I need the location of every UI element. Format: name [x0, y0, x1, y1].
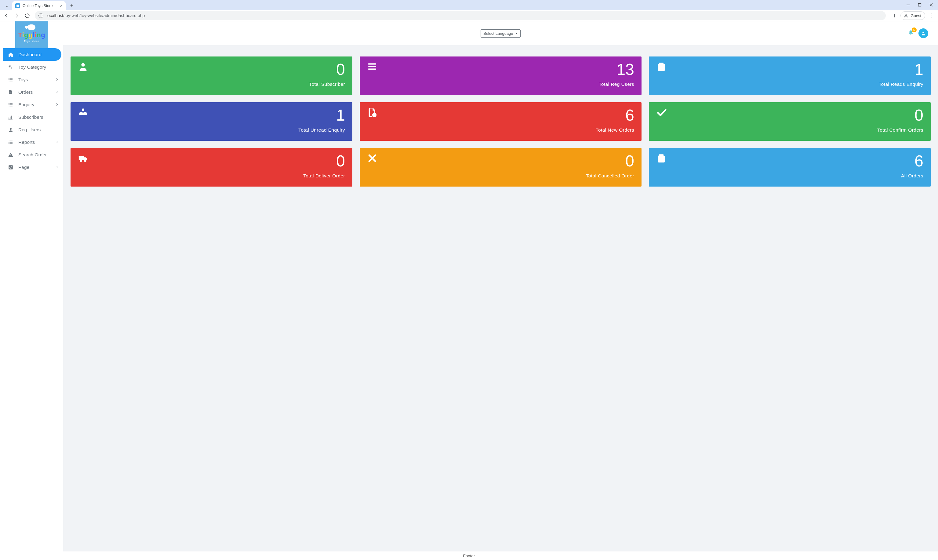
chevron-right-icon: [55, 89, 59, 95]
url-text: localhost/toy-web/toy-website/admin/dash…: [46, 13, 145, 18]
dashboard-card-total-subscriber[interactable]: 0Total Subscriber: [71, 57, 352, 95]
chevron-right-icon: [55, 140, 59, 145]
warning-icon: [8, 152, 14, 158]
sidebar-item-reports[interactable]: Reports: [0, 136, 63, 148]
svg-point-4: [905, 14, 907, 15]
url-path: /toy-web/toy-website/admin/dashboard.php: [63, 13, 145, 18]
list-icon: [8, 77, 14, 82]
card-value: 6: [367, 107, 634, 123]
dashboard-card-total-cancelled-order[interactable]: 0Total Cancelled Order: [360, 148, 641, 186]
profile-label: Guest: [910, 14, 921, 18]
nav-back-button[interactable]: [2, 11, 11, 20]
dashboard-card-total-new-orders[interactable]: 6Total New Orders: [360, 102, 641, 141]
user-menu-button[interactable]: [918, 28, 928, 38]
sidebar-nav: DashboardToy CategoryToysOrdersEnquirySu…: [0, 45, 63, 551]
card-label: Total Reg Users: [367, 82, 634, 87]
sidebar-item-label: Orders: [18, 89, 33, 95]
card-label: Total Deliver Order: [78, 173, 345, 178]
nav-reload-button[interactable]: [23, 11, 32, 20]
menu-icon: [367, 62, 377, 72]
dashboard-card-all-orders[interactable]: 6All Orders: [649, 148, 931, 186]
user-icon: [78, 62, 88, 72]
card-value: 1: [656, 62, 923, 77]
clipboard-check-icon: [656, 153, 667, 163]
sidebar-item-toy-category[interactable]: Toy Category: [0, 61, 63, 73]
new-tab-button[interactable]: +: [68, 2, 76, 10]
footer-text: Footer: [463, 554, 475, 558]
card-value: 0: [78, 62, 345, 77]
clipboard-question-icon: [656, 62, 667, 72]
tabs-dropdown-button[interactable]: [3, 3, 11, 10]
nav-forward-button[interactable]: [12, 11, 22, 20]
profile-avatar-icon: [903, 13, 909, 18]
card-icon-slot: [656, 62, 667, 73]
logo-text: Tiggling: [18, 31, 45, 39]
profile-chip[interactable]: Guest: [900, 11, 925, 20]
browser-menu-button[interactable]: ⋮: [927, 11, 936, 20]
gears-icon: [8, 65, 14, 70]
card-value: 0: [367, 153, 634, 169]
card-icon-slot: [78, 62, 88, 73]
site-logo[interactable]: Tiggling Toys store: [15, 22, 48, 50]
card-label: All Orders: [656, 173, 923, 178]
card-icon-slot: [78, 107, 88, 119]
check-icon: [656, 107, 667, 118]
notification-badge: 6: [912, 28, 916, 32]
main-content: 0Total Subscriber13Total Reg Users1Total…: [63, 45, 938, 551]
tab-close-button[interactable]: ×: [60, 3, 63, 8]
card-value: 1: [78, 107, 345, 123]
list-icon: [8, 102, 14, 108]
notifications-button[interactable]: 6: [908, 30, 913, 37]
language-select[interactable]: Select Language: [481, 29, 521, 38]
side-panel-button[interactable]: [891, 13, 896, 18]
app-footer: Footer: [0, 551, 938, 560]
site-info-icon[interactable]: i: [38, 13, 43, 18]
card-value: 6: [656, 153, 923, 169]
window-close-button[interactable]: [926, 1, 937, 9]
tab-title: Online Toys Store: [23, 4, 52, 8]
list-icon: [8, 140, 14, 145]
chevron-right-icon: [55, 77, 59, 82]
omnibox[interactable]: i localhost/toy-web/toy-website/admin/da…: [35, 11, 886, 20]
sidebar-item-search-order[interactable]: Search Order: [0, 148, 63, 161]
card-label: Total Unread Enquiry: [78, 127, 345, 133]
card-label: Total Confirm Orders: [656, 127, 923, 133]
window-minimize-button[interactable]: [903, 1, 913, 9]
browser-tab[interactable]: Online Toys Store ×: [12, 1, 66, 10]
chevron-right-icon: [55, 102, 59, 108]
browser-address-bar: i localhost/toy-web/toy-website/admin/da…: [0, 10, 938, 22]
browser-tabbar: Online Toys Store × +: [0, 0, 938, 10]
card-icon-slot: [367, 107, 377, 119]
sidebar-item-label: Subscribers: [18, 114, 43, 120]
card-value: 13: [367, 62, 634, 77]
app-viewport: Tiggling Toys store Select Language 6: [0, 22, 938, 560]
card-value: 0: [78, 153, 345, 169]
sidebar-item-label: Page: [18, 165, 29, 170]
sidebar-item-subscribers[interactable]: Subscribers: [0, 111, 63, 123]
dashboard-card-total-confirm-orders[interactable]: 0Total Confirm Orders: [649, 102, 931, 141]
sidebar-item-label: Dashboard: [18, 52, 42, 57]
sidebar-item-page[interactable]: Page: [0, 161, 63, 174]
tab-favicon: [15, 3, 20, 8]
reader-icon: [78, 107, 88, 118]
checkbox-icon: [8, 165, 14, 170]
dashboard-card-total-reg-users[interactable]: 13Total Reg Users: [360, 57, 641, 95]
dashboard-card-total-reads-enquiry[interactable]: 1Total Reads Enquiry: [649, 57, 931, 95]
card-label: Total New Orders: [367, 127, 634, 133]
window-controls: [903, 1, 937, 9]
truck-icon: [78, 153, 88, 163]
user-icon: [8, 127, 14, 132]
user-avatar-icon: [921, 31, 926, 36]
logo-elephant-icon: [25, 24, 39, 31]
file-icon: [8, 89, 14, 95]
sidebar-item-enquiry[interactable]: Enquiry: [0, 98, 63, 111]
dashboard-card-total-deliver-order[interactable]: 0Total Deliver Order: [71, 148, 352, 186]
dashboard-card-total-unread-enquiry[interactable]: 1Total Unread Enquiry: [71, 102, 352, 141]
svg-rect-1: [918, 4, 921, 6]
sidebar-item-orders[interactable]: Orders: [0, 86, 63, 98]
app-header: Tiggling Toys store Select Language 6: [0, 22, 938, 45]
window-maximize-button[interactable]: [914, 1, 925, 9]
sidebar-item-reg-users[interactable]: Reg Users: [0, 123, 63, 136]
sidebar-item-toys[interactable]: Toys: [0, 73, 63, 86]
sidebar-item-dashboard[interactable]: Dashboard: [3, 48, 62, 61]
